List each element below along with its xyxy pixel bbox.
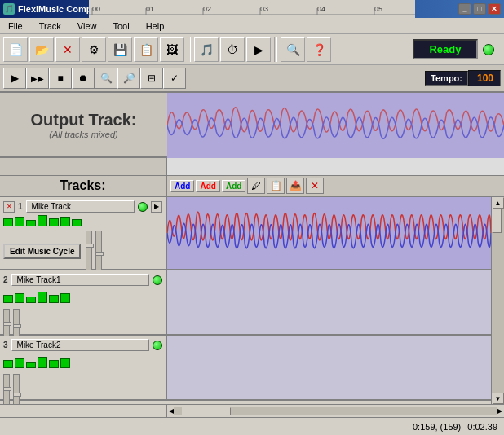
svg-rect-0 bbox=[167, 93, 504, 158]
scroll-thumb[interactable] bbox=[492, 209, 502, 233]
export-track-icon-btn[interactable]: 📤 bbox=[286, 178, 304, 194]
toolbar: 📄 📂 ✕ ⚙ 💾 📋 🖼 🎵 ⏱ ▶ 🔍 ❓ Ready bbox=[0, 34, 504, 65]
open-button[interactable]: 📂 bbox=[29, 37, 54, 62]
scroll-down-button[interactable]: ▼ bbox=[493, 393, 504, 404]
record-button[interactable]: ⏺ bbox=[72, 68, 95, 89]
save-button[interactable]: 💾 bbox=[108, 37, 132, 62]
settings-button[interactable]: ⚙ bbox=[82, 37, 106, 62]
menu-file[interactable]: File bbox=[3, 20, 28, 33]
status-bar: 0:159, (159) 0:02.39 bbox=[0, 417, 504, 435]
track-1-name-btn[interactable]: Mike Track bbox=[26, 200, 135, 213]
track-3-fader-thumb[interactable] bbox=[3, 387, 11, 391]
zoom-button[interactable]: 🔍 bbox=[281, 37, 305, 62]
scroll-up-button[interactable]: ▲ bbox=[493, 197, 504, 209]
track-3-label: 3 Mike Track2 bbox=[0, 336, 167, 399]
horizontal-scrollbar[interactable]: ◀ ▶ bbox=[167, 404, 504, 417]
scroll-right-button[interactable]: ▶ bbox=[497, 407, 502, 415]
midi-bar bbox=[60, 217, 70, 226]
track-3-fader-2[interactable] bbox=[13, 374, 20, 404]
midi-bar bbox=[15, 293, 24, 303]
h-scroll-spacer bbox=[0, 404, 167, 417]
track-2-label: 2 Mike Track1 bbox=[0, 270, 167, 334]
content-area: Output Track: (All tracks mixed) bbox=[0, 93, 504, 417]
track-1-fader-2-thumb[interactable] bbox=[95, 252, 104, 256]
track-1-fader-2[interactable] bbox=[95, 231, 102, 271]
image-button[interactable]: 🖼 bbox=[160, 37, 184, 62]
menu-help[interactable]: Help bbox=[141, 20, 170, 33]
track-1-fader-thumb[interactable] bbox=[86, 244, 94, 248]
edit-cycle-button[interactable]: Edit Music Cycle bbox=[3, 244, 81, 259]
track-3-fader[interactable] bbox=[3, 374, 10, 404]
menu-track[interactable]: Track bbox=[34, 20, 66, 33]
zoom-in-button[interactable]: 🔍 bbox=[95, 68, 117, 89]
ready-display: Ready bbox=[413, 39, 478, 59]
vertical-scrollbar[interactable]: ▲ ▼ bbox=[491, 197, 504, 404]
output-title: Output Track: bbox=[30, 111, 136, 130]
track-1-label: ✕ 1 Mike Track ▶ bbox=[0, 197, 167, 269]
midi-bar bbox=[38, 357, 47, 368]
music-button[interactable]: 🎵 bbox=[194, 37, 219, 62]
midi-bar bbox=[60, 293, 70, 303]
fit-button[interactable]: ⊟ bbox=[140, 68, 163, 89]
track-3-fader-2-thumb[interactable] bbox=[13, 393, 21, 397]
edit-track-icon-btn[interactable]: 🖊 bbox=[247, 178, 265, 194]
track-actions: Add Add Add 🖊 📋 📤 ✕ bbox=[167, 176, 504, 196]
time-display: 0:02.39 bbox=[467, 422, 497, 432]
midi-bar bbox=[3, 295, 13, 303]
play-from-button[interactable]: ▶▶ bbox=[26, 68, 49, 89]
new-button[interactable]: 📄 bbox=[3, 37, 28, 62]
midi-bar bbox=[15, 217, 24, 226]
track-1-number: 1 bbox=[18, 202, 23, 211]
track-2-fader-thumb[interactable] bbox=[3, 322, 11, 326]
midi-bar bbox=[49, 360, 59, 368]
play-button[interactable]: ▶ bbox=[3, 68, 26, 89]
copy-button[interactable]: 📋 bbox=[134, 37, 158, 62]
ruler: 00 01 02 03 04 05 bbox=[167, 158, 504, 175]
track-3-number: 3 bbox=[3, 341, 8, 349]
timer-button[interactable]: ⏱ bbox=[220, 37, 245, 62]
track-1-fader-v[interactable] bbox=[86, 231, 92, 271]
stop-button[interactable]: ■ bbox=[49, 68, 72, 89]
tempo-value[interactable]: 100 bbox=[468, 70, 501, 86]
close-file-button[interactable]: ✕ bbox=[55, 37, 80, 62]
add-track-btn-2[interactable]: Add bbox=[196, 180, 219, 192]
ready-section: Ready bbox=[413, 39, 501, 59]
track-2-name-btn[interactable]: Mike Track1 bbox=[11, 274, 149, 286]
zoom-out-button[interactable]: 🔎 bbox=[117, 68, 140, 89]
add-track-btn-1[interactable]: Add bbox=[170, 180, 194, 192]
confirm-button[interactable]: ✓ bbox=[163, 68, 186, 89]
menu-bar: File Track View Tool Help bbox=[0, 18, 504, 34]
help-button[interactable]: ❓ bbox=[307, 37, 331, 62]
track-3-name-btn[interactable]: Mike Track2 bbox=[11, 339, 149, 351]
output-track-row: Output Track: (All tracks mixed) bbox=[0, 93, 504, 158]
add-track-btn-3[interactable]: Add bbox=[222, 180, 245, 192]
scroll-track[interactable] bbox=[492, 209, 504, 393]
track-1-play-btn[interactable]: ▶ bbox=[151, 201, 162, 213]
h-scroll-thumb[interactable] bbox=[182, 407, 231, 415]
midi-bar bbox=[3, 360, 13, 368]
tracks-scroll-section: ✕ 1 Mike Track ▶ bbox=[0, 197, 504, 404]
svg-rect-15 bbox=[167, 197, 491, 269]
midi-bar bbox=[26, 362, 36, 368]
copy-track-icon-btn[interactable]: 📋 bbox=[267, 178, 285, 194]
menu-view[interactable]: View bbox=[73, 20, 102, 33]
track-row: ✕ 1 Mike Track ▶ bbox=[0, 197, 491, 270]
ready-label: Ready bbox=[429, 43, 461, 55]
midi-bar bbox=[3, 218, 13, 226]
midi-bar bbox=[26, 297, 36, 303]
track-2-led bbox=[153, 275, 162, 285]
track-1-close-btn[interactable]: ✕ bbox=[3, 201, 15, 213]
tempo-label: Tempo: bbox=[425, 71, 468, 86]
midi-bar bbox=[38, 292, 47, 303]
midi-bar bbox=[15, 358, 24, 368]
track-2-fader-2-thumb[interactable] bbox=[13, 324, 21, 328]
play-all-button[interactable]: ▶ bbox=[246, 37, 271, 62]
delete-track-icon-btn[interactable]: ✕ bbox=[306, 178, 324, 194]
midi-bar bbox=[49, 295, 59, 303]
h-scroll-track[interactable] bbox=[174, 407, 497, 415]
tracks-list: ✕ 1 Mike Track ▶ bbox=[0, 197, 491, 404]
track-2-number: 2 bbox=[3, 275, 8, 284]
tracks-header-row: Tracks: Add Add Add 🖊 📋 📤 ✕ bbox=[0, 176, 504, 197]
track-1-led bbox=[138, 202, 148, 212]
menu-tool[interactable]: Tool bbox=[108, 20, 134, 33]
